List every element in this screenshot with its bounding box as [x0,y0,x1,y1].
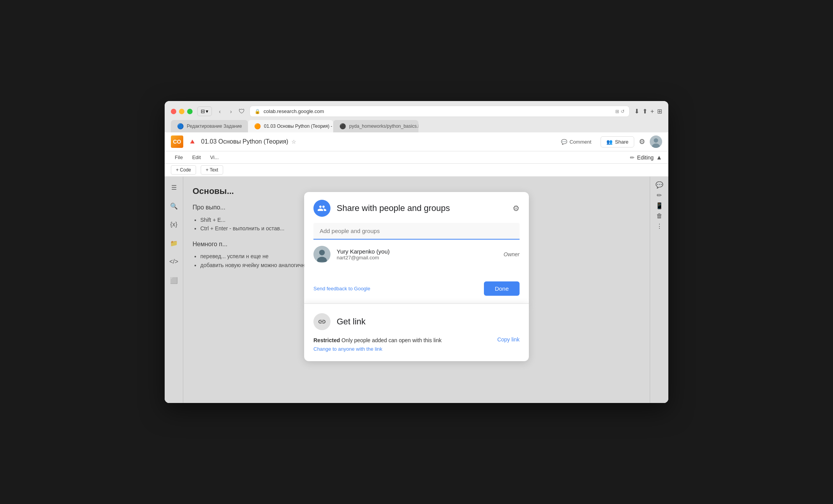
colab-logo: CO [171,135,183,148]
share-dialog-icon [313,200,330,217]
tab3-favicon: ⚫ [339,123,346,129]
translate-icon: ⊞ ↺ [615,109,624,114]
share-browser-icon[interactable]: ⬆ [642,108,647,115]
menu-bar: File Edit Vi... [171,153,223,162]
back-button[interactable]: ‹ [217,107,223,116]
share-dialog-body: Yury Karpenko (you) nart27@gmail.com Own… [304,223,529,277]
link-description-block: Restricted Only people added can open wi… [313,336,442,352]
tab2-favicon: 🟠 [254,123,261,129]
feedback-link[interactable]: Send feedback to Google [313,286,484,291]
done-button[interactable]: Done [484,281,520,296]
traffic-lights [171,109,193,114]
secondary-toolbar: File Edit Vi... ✏ Editing ▲ [165,151,668,164]
browser-controls-right: ⬇ ⬆ + ⊞ [634,108,662,115]
pencil-icon: ✏ [630,154,635,161]
user-info: Yury Karpenko (you) nart27@gmail.com [337,248,497,261]
lock-icon: 🔒 [255,109,260,114]
share-dialog: Share with people and groups ⚙ [304,192,529,303]
share-dialog-title: Share with people and groups [337,203,506,213]
share-dialog-header: Share with people and groups ⚙ [304,192,529,223]
share-settings-icon[interactable]: ⚙ [513,204,520,213]
browser-tabs: 🔵 Редактирование Задание 🟠 01.03 Основы … [171,120,662,132]
restriction-label: Restricted [313,337,340,343]
get-link-title: Get link [337,317,366,327]
share-icon: 👥 [606,139,613,145]
browser-tab-1[interactable]: 🔵 Редактирование Задание [171,120,248,132]
menu-view[interactable]: Vi... [206,153,222,162]
link-icon-circle [313,313,330,330]
doc-title: 01.03 Основы Python (Теория) ☆ [201,138,296,145]
get-link-dialog: Get link Restricted Only people added ca… [304,303,529,361]
browser-chrome: ⊟ ▾ ‹ › 🛡 🔒 colab.research.google.com ⊞ … [165,101,668,132]
svg-point-1 [654,138,658,142]
shield-icon: 🛡 [239,108,245,115]
colab-icon: CO [171,135,183,148]
new-tab-icon[interactable]: + [651,108,654,115]
tab1-favicon: 🔵 [177,123,184,129]
share-button[interactable]: 👥 Share [601,136,634,147]
comment-icon: 💬 [561,139,567,145]
share-dialog-footer: Send feedback to Google Done [304,277,529,303]
address-bar[interactable]: 🔒 colab.research.google.com ⊞ ↺ [250,106,629,117]
tabs-overview-icon[interactable]: ⊞ [657,108,662,115]
app-toolbar: CO 🔺 01.03 Основы Python (Теория) ☆ 💬 Co… [165,132,668,151]
browser-titlebar: ⊟ ▾ ‹ › 🛡 🔒 colab.research.google.com ⊞ … [171,106,662,117]
menu-file[interactable]: File [171,153,187,162]
change-link-button[interactable]: Change to anyone with the link [313,346,442,352]
dialogs-container: Share with people and groups ⚙ [304,192,529,361]
menu-edit[interactable]: Edit [188,153,205,162]
minimize-button[interactable] [179,109,184,114]
user-name: Yury Karpenko (you) [337,248,497,255]
tab3-label: pyda_homeworks/python_basics.ipynb at ma… [349,123,418,129]
sidebar-toggle-button[interactable]: ⊟ ▾ [197,106,212,116]
add-people-input[interactable] [313,223,520,240]
editing-section: ✏ Editing ▲ [630,154,662,161]
comment-button[interactable]: 💬 Comment [556,137,596,147]
toolbar-right: 💬 Comment 👥 Share ⚙ [556,135,662,148]
user-email: nart27@gmail.com [337,255,497,261]
download-icon[interactable]: ⬇ [634,108,639,115]
close-button[interactable] [171,109,176,114]
tab2-label: 01.03 Основы Python (Теория) - Colaborat… [264,123,333,129]
restriction-description: Only people added can open with this lin… [341,337,441,343]
browser-tab-2[interactable]: 🟠 01.03 Основы Python (Теория) - Colabor… [248,120,333,132]
notebook-action-bar: + Code + Text [165,164,668,177]
forward-button[interactable]: › [228,107,234,116]
drive-icon: 🔺 [188,137,196,146]
user-avatar[interactable] [650,135,662,148]
app-content: CO 🔺 01.03 Основы Python (Теория) ☆ 💬 Co… [165,132,668,403]
browser-tab-3[interactable]: ⚫ pyda_homeworks/python_basics.ipynb at … [333,120,418,132]
editing-label: Editing [637,154,654,161]
share-label: Share [615,139,628,145]
url-text: colab.research.google.com [263,108,324,114]
sidebar-toggle-chevron: ▾ [206,108,208,114]
add-text-button[interactable]: + Text [201,165,223,175]
comment-label: Comment [570,139,591,145]
link-description: Restricted Only people added can open wi… [313,336,442,345]
sidebar-toggle-icon: ⊟ [201,108,205,114]
user-row: Yury Karpenko (you) nart27@gmail.com Own… [313,240,520,269]
get-link-header: Get link [313,313,520,330]
settings-icon[interactable]: ⚙ [639,137,645,146]
doc-title-text: 01.03 Основы Python (Теория) [201,138,288,145]
main-area: ☰ 🔍 {x} 📁 </> ⬜ Основы... Про выпо... Sh… [165,177,668,403]
chevron-up-icon[interactable]: ▲ [656,154,662,161]
link-info: Restricted Only people added can open wi… [313,336,520,352]
star-icon[interactable]: ☆ [291,139,296,145]
add-code-button[interactable]: + Code [171,165,196,175]
user-role: Owner [504,251,520,257]
tab1-label: Редактирование Задание [187,123,242,129]
browser-window: ⊟ ▾ ‹ › 🛡 🔒 colab.research.google.com ⊞ … [165,101,668,403]
copy-link-button[interactable]: Copy link [497,336,520,343]
user-photo [313,246,330,263]
svg-point-4 [319,250,325,255]
fullscreen-button[interactable] [187,109,193,114]
